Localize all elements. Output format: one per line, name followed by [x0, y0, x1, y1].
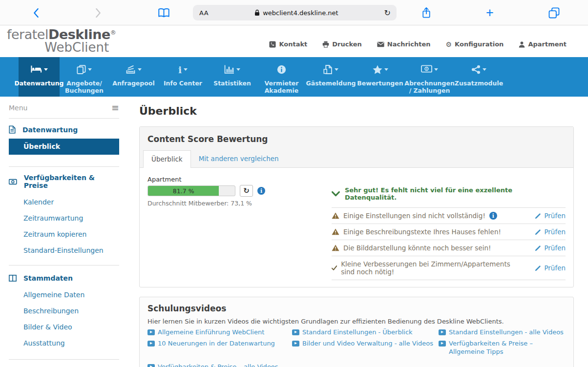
chevron-down-icon	[332, 191, 340, 197]
sidebar-section-stammdaten[interactable]: Stammdaten	[9, 265, 119, 287]
pruefen-link[interactable]: Prüfen	[535, 244, 566, 252]
sidebar-item-beschreibungen[interactable]: Beschreibungen	[9, 303, 119, 319]
play-icon: ▶	[292, 341, 299, 347]
nav-item-gaestemeldung[interactable]: Gästemeldung	[306, 57, 356, 97]
sidebar-item-ueberblick[interactable]: Überblick	[9, 139, 119, 155]
browser-toolbar: AA webclient4.deskline.net ↻ +	[0, 0, 588, 25]
video-link[interactable]: ▶Bilder und Video Verwaltung - alle Vide…	[292, 339, 439, 356]
sidebar-item-zeitraum-kopieren[interactable]: Zeitraum kopieren	[9, 226, 119, 243]
sidebar-section-verfuegbarkeiten-preise[interactable]: Verfügbarkeiten & Preise	[9, 167, 119, 194]
schulungsvideos-panel: Schulungsvideos Hier lernen Sie in kurze…	[139, 297, 574, 367]
sidebar-item-allgemeine-daten[interactable]: Allgemeine Daten	[9, 287, 119, 303]
score-headline: Sehr gut! Es fehlt nicht viel für eine e…	[332, 186, 566, 208]
nav-item-vermieter-akademie[interactable]: VermieterAkademie	[257, 57, 306, 97]
printer-icon	[322, 41, 329, 48]
gear-icon: ⚙	[446, 41, 452, 48]
chevron-down-icon	[335, 68, 338, 71]
nav-item-datenwartung[interactable]: Datenwartung	[19, 57, 60, 97]
video-link[interactable]: ▶10 Neuerungen in der Datenwartung	[147, 339, 292, 356]
nav-item-anfragepool[interactable]: Anfragepool	[109, 57, 158, 97]
nachrichten-link[interactable]: Nachrichten	[377, 41, 431, 48]
pruefen-link[interactable]: Prüfen	[535, 264, 566, 272]
new-tab-icon[interactable]: +	[482, 0, 498, 25]
info-circle-icon[interactable]: i	[257, 187, 265, 195]
nav-item-statistiken[interactable]: Statistiken	[208, 57, 257, 97]
nav-item-angebote-buchungen[interactable]: Angebote/Buchungen	[60, 57, 109, 97]
menu-toggle-icon[interactable]: ≡	[111, 103, 119, 112]
video-link[interactable]: ▶Allgemeine Einführung WebClient	[147, 328, 292, 336]
issue-row: Einige Beschreibungstexte Ihres Hauses f…	[332, 224, 566, 240]
videos-links-grid: ▶Allgemeine Einführung WebClient ▶Standa…	[147, 328, 566, 367]
tab-overview-icon[interactable]	[544, 0, 564, 25]
play-icon: ▶	[147, 341, 155, 347]
lock-icon	[254, 9, 260, 16]
chevron-down-icon	[138, 68, 142, 71]
pruefen-link[interactable]: Prüfen	[535, 228, 566, 236]
info-icon: i	[178, 65, 182, 75]
sidebar-item-zeitraumwartung[interactable]: Zeitraumwartung	[9, 210, 119, 226]
phone-square-icon	[269, 41, 276, 48]
sidebar: Menu ≡ Datenwartung Überblick Verfügbark…	[0, 97, 128, 367]
bookmarks-icon[interactable]	[155, 0, 172, 25]
play-icon: ▶	[439, 329, 446, 335]
sidebar-menu-label: Menu	[9, 104, 27, 112]
copy-pages-icon	[77, 65, 86, 74]
nav-item-info-center[interactable]: i Info Center	[158, 57, 208, 97]
file-text-icon	[9, 125, 16, 134]
nav-item-bewertungen[interactable]: Bewertungen	[356, 57, 405, 97]
sidebar-item-bilder-video[interactable]: Bilder & Video	[9, 319, 119, 335]
kontakt-link[interactable]: Kontakt	[269, 41, 307, 48]
bed-icon	[30, 65, 42, 73]
video-link[interactable]: ▶Verfügbarkeiten & Preise – Allgemeine T…	[439, 339, 566, 356]
nav-item-abrechnungen-zahlungen[interactable]: Abrechnungen/ Zahlungen	[405, 57, 454, 97]
drucken-link[interactable]: Drucken	[322, 41, 362, 48]
main-navigation: Datenwartung Angebote/Buchungen Anfragep…	[0, 57, 588, 97]
content-score-progress: 81.7 %	[147, 185, 235, 196]
play-icon: ▶	[292, 329, 299, 335]
content-score-panel: Content Score Bewertung Überblick Mit an…	[139, 126, 574, 287]
chevron-down-icon	[434, 68, 438, 71]
info-circle-icon[interactable]: i	[489, 212, 497, 220]
video-link[interactable]: ▶Standard Einstellungen - alle Videos	[439, 328, 566, 336]
page-title: Überblick	[139, 105, 574, 117]
chevron-down-icon	[184, 68, 188, 71]
warning-triangle-icon	[332, 245, 339, 251]
pencil-icon	[535, 229, 541, 235]
share-icon[interactable]	[418, 0, 435, 25]
pruefen-link[interactable]: Prüfen	[535, 212, 566, 220]
videos-title: Schulungsvideos	[147, 304, 566, 313]
content-score-progress-fill: 81.7 %	[148, 186, 219, 196]
tab-mit-anderen-vergleichen[interactable]: Mit anderen vergleichen	[191, 150, 287, 167]
envelope-icon	[377, 41, 384, 47]
video-link[interactable]: ▶Verfügbarkeiten & Preise – alle Videos	[147, 363, 292, 367]
play-icon: ▶	[147, 329, 155, 335]
reader-mode-button[interactable]: AA	[193, 9, 209, 17]
chevron-down-icon	[384, 68, 388, 71]
refresh-score-button[interactable]: ↻	[240, 185, 253, 197]
sidebar-item-ausstattung[interactable]: Ausstattung	[9, 335, 119, 351]
chevron-down-icon	[88, 68, 92, 71]
nav-item-zusatzmodule[interactable]: Zusatzmodule	[454, 57, 504, 97]
address-bar[interactable]: AA webclient4.deskline.net ↻	[193, 5, 397, 20]
issue-row: Kleine Verbesserungen bei Zimmern/Appart…	[332, 256, 566, 280]
check-icon	[332, 265, 337, 271]
chevron-down-icon	[44, 68, 48, 71]
browser-back-icon[interactable]	[28, 0, 43, 25]
apartment-user-link[interactable]: Apartment	[519, 41, 567, 48]
tab-ueberblick[interactable]: Überblick	[143, 150, 191, 168]
feratel-deskline-logo: feratelDeskline® WebClient	[7, 28, 116, 54]
guest-report-icon	[323, 65, 333, 74]
issue-row: Einige Einstellungen sind nicht vollstän…	[332, 208, 566, 224]
sidebar-section-produkte[interactable]: Produkte	[9, 360, 119, 367]
sidebar-item-standard-einstellungen[interactable]: Standard-Einstellungen	[9, 243, 119, 259]
sidebar-section-datenwartung[interactable]: Datenwartung	[9, 119, 119, 139]
browser-forward-icon[interactable]	[91, 0, 105, 25]
konfiguration-link[interactable]: ⚙ Konfiguration	[446, 41, 504, 48]
header-quick-links: Kontakt Drucken Nachrichten ⚙ Konfigurat…	[269, 41, 567, 48]
main-content: Überblick Content Score Bewertung Überbl…	[139, 97, 574, 367]
video-link[interactable]: ▶Standard Einstellungen - Überblick	[292, 328, 439, 336]
info-circle-icon	[277, 65, 286, 74]
share-alt-icon	[471, 65, 481, 74]
reload-icon[interactable]: ↻	[384, 8, 397, 18]
sidebar-item-kalender[interactable]: Kalender	[9, 194, 119, 210]
